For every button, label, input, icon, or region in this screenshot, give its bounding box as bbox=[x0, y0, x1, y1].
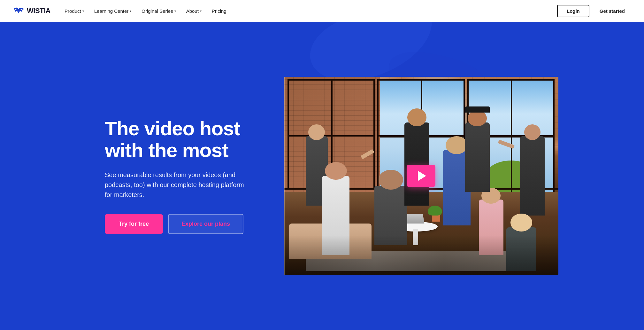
person-1-head bbox=[308, 124, 325, 140]
logo-text: WISTIA bbox=[27, 7, 50, 15]
logo-link[interactable]: WISTIA bbox=[13, 6, 50, 15]
person-4-head bbox=[446, 136, 468, 154]
nav-product[interactable]: Product ▾ bbox=[60, 6, 88, 16]
hero-content: The video host with the most See measura… bbox=[82, 22, 562, 330]
hero-subtext: See measurable results from your videos … bbox=[105, 170, 245, 200]
hero-right bbox=[284, 77, 558, 275]
left-stripe-decoration bbox=[284, 77, 285, 275]
nav-about[interactable]: About ▾ bbox=[182, 6, 206, 16]
nav-learning-center[interactable]: Learning Center ▾ bbox=[90, 6, 136, 16]
nav-links: Product ▾ Learning Center ▾ Original Ser… bbox=[60, 6, 557, 16]
play-button[interactable] bbox=[407, 165, 435, 187]
person-9-head bbox=[510, 214, 533, 232]
person-8-body bbox=[465, 122, 490, 192]
learning-center-chevron-icon: ▾ bbox=[130, 9, 131, 13]
get-started-button[interactable]: Get started bbox=[593, 5, 631, 17]
person-3-head bbox=[325, 162, 347, 180]
play-triangle-icon bbox=[418, 171, 426, 181]
person-6-body bbox=[404, 122, 429, 206]
login-button[interactable]: Login bbox=[557, 5, 589, 17]
bottom-overlay bbox=[284, 235, 558, 275]
person-6-head bbox=[407, 108, 426, 126]
person-8-head bbox=[468, 110, 487, 126]
video-container[interactable] bbox=[284, 77, 558, 275]
person-5-head bbox=[379, 170, 403, 190]
nav-pricing[interactable]: Pricing bbox=[207, 6, 231, 16]
product-chevron-icon: ▾ bbox=[82, 9, 84, 13]
play-button-overlay[interactable] bbox=[407, 165, 435, 187]
hero-section: The video host with the most See measura… bbox=[0, 22, 644, 330]
try-for-free-button[interactable]: Try for free bbox=[105, 214, 163, 234]
plant-leaves bbox=[428, 206, 442, 216]
hero-buttons: Try for free Explore our plans bbox=[105, 214, 271, 234]
explore-plans-button[interactable]: Explore our plans bbox=[168, 214, 243, 234]
hero-left: The video host with the most See measura… bbox=[105, 118, 277, 234]
navbar: WISTIA Product ▾ Learning Center ▾ Origi… bbox=[0, 0, 644, 22]
person-2-body bbox=[520, 136, 545, 216]
person-8-hat bbox=[465, 106, 490, 113]
hero-headline: The video host with the most bbox=[105, 118, 271, 161]
nav-actions: Login Get started bbox=[557, 5, 631, 17]
person-2-head bbox=[524, 124, 541, 140]
wistia-logo-icon bbox=[13, 6, 24, 15]
original-series-chevron-icon: ▾ bbox=[174, 9, 176, 13]
about-chevron-icon: ▾ bbox=[200, 9, 202, 13]
nav-original-series[interactable]: Original Series ▾ bbox=[137, 6, 180, 16]
